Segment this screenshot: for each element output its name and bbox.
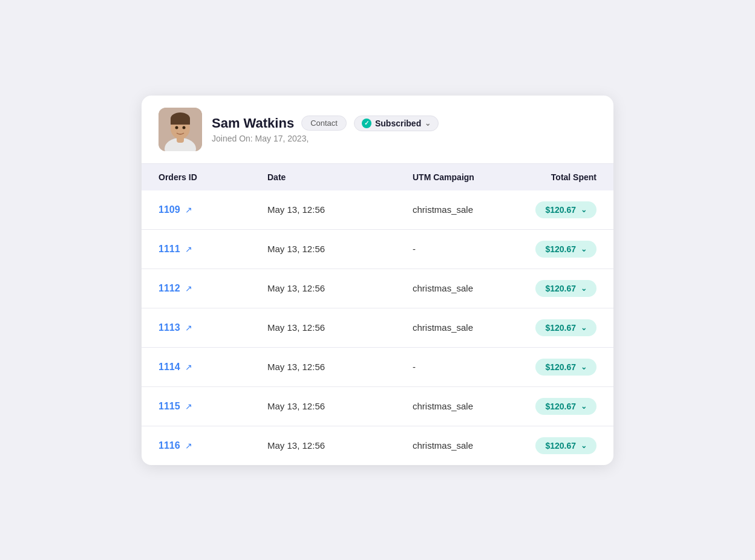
table-body: 1109 ↗ May 13, 12:56 christmas_sale $120… <box>142 190 613 465</box>
joined-date-row: Joined On: May 17, 2023, <box>212 134 439 143</box>
table-row: 1115 ↗ May 13, 12:56 christmas_sale $120… <box>142 387 613 426</box>
table-row: 1116 ↗ May 13, 12:56 christmas_sale $120… <box>142 426 613 465</box>
order-id-link[interactable]: 1114 <box>159 362 180 373</box>
total-chevron-icon: ⌄ <box>581 206 587 214</box>
utm-cell: christmas_sale <box>413 283 476 293</box>
total-cell: $120.67 ⌄ <box>476 359 596 376</box>
date-cell: May 13, 12:56 <box>267 283 413 293</box>
external-link-icon[interactable]: ↗ <box>185 441 192 451</box>
order-id-link[interactable]: 1116 <box>159 440 180 451</box>
total-cell: $120.67 ⌄ <box>476 319 596 336</box>
date-cell: May 13, 12:56 <box>267 204 413 215</box>
total-badge[interactable]: $120.67 ⌄ <box>535 398 596 415</box>
profile-name: Sam Watkins <box>212 116 294 131</box>
total-amount: $120.67 <box>545 402 576 411</box>
order-id-cell: 1111 ↗ <box>159 244 267 255</box>
total-badge[interactable]: $120.67 ⌄ <box>535 437 596 454</box>
total-badge[interactable]: $120.67 ⌄ <box>535 241 596 258</box>
total-amount: $120.67 <box>545 323 576 333</box>
joined-label: Joined On: <box>212 134 253 143</box>
external-link-icon[interactable]: ↗ <box>185 205 192 215</box>
total-cell: $120.67 ⌄ <box>476 398 596 415</box>
svg-rect-5 <box>171 119 190 125</box>
external-link-icon[interactable]: ↗ <box>185 402 192 411</box>
order-id-cell: 1109 ↗ <box>159 204 267 215</box>
contact-badge[interactable]: Contact <box>301 116 347 131</box>
table-header: Orders ID Date UTM Campaign Total Spent <box>142 164 613 190</box>
date-cell: May 13, 12:56 <box>267 244 413 254</box>
header-orders-id: Orders ID <box>159 172 267 182</box>
order-id-cell: 1114 ↗ <box>159 362 267 373</box>
chevron-down-icon: ⌄ <box>425 119 431 128</box>
table-row: 1111 ↗ May 13, 12:56 - $120.67 ⌄ <box>142 230 613 269</box>
orders-table: Orders ID Date UTM Campaign Total Spent … <box>142 164 613 465</box>
date-cell: May 13, 12:56 <box>267 440 413 451</box>
order-id-link[interactable]: 1109 <box>159 204 180 215</box>
order-id-cell: 1115 ↗ <box>159 401 267 412</box>
total-chevron-icon: ⌄ <box>581 441 587 450</box>
main-card: Sam Watkins Contact Subscribed ⌄ Joined … <box>142 96 613 465</box>
total-cell: $120.67 ⌄ <box>476 201 596 218</box>
external-link-icon[interactable]: ↗ <box>185 284 192 293</box>
order-id-link[interactable]: 1113 <box>159 322 180 333</box>
date-cell: May 13, 12:56 <box>267 362 413 372</box>
total-cell: $120.67 ⌄ <box>476 241 596 258</box>
joined-date: May 17, 2023, <box>255 134 309 143</box>
order-id-link[interactable]: 1111 <box>159 244 180 255</box>
utm-cell: christmas_sale <box>413 204 476 215</box>
order-id-cell: 1113 ↗ <box>159 322 267 333</box>
total-amount: $120.67 <box>545 362 576 372</box>
table-row: 1113 ↗ May 13, 12:56 christmas_sale $120… <box>142 308 613 348</box>
external-link-icon[interactable]: ↗ <box>185 323 192 333</box>
total-cell: $120.67 ⌄ <box>476 437 596 454</box>
order-id-link[interactable]: 1112 <box>159 283 180 294</box>
svg-point-7 <box>183 126 186 129</box>
profile-header: Sam Watkins Contact Subscribed ⌄ Joined … <box>142 96 613 164</box>
avatar <box>159 108 202 151</box>
utm-cell: christmas_sale <box>413 322 476 333</box>
total-chevron-icon: ⌄ <box>581 363 587 371</box>
header-utm-campaign: UTM Campaign <box>413 172 476 182</box>
external-link-icon[interactable]: ↗ <box>185 244 192 254</box>
total-amount: $120.67 <box>545 284 576 293</box>
utm-cell: christmas_sale <box>413 440 476 451</box>
total-amount: $120.67 <box>545 244 576 254</box>
total-chevron-icon: ⌄ <box>581 402 587 411</box>
profile-info: Sam Watkins Contact Subscribed ⌄ Joined … <box>212 116 439 143</box>
svg-point-6 <box>175 126 178 129</box>
total-chevron-icon: ⌄ <box>581 245 587 253</box>
utm-cell: - <box>413 362 476 372</box>
subscribed-badge[interactable]: Subscribed ⌄ <box>354 116 439 131</box>
total-badge[interactable]: $120.67 ⌄ <box>535 201 596 218</box>
date-cell: May 13, 12:56 <box>267 322 413 333</box>
total-chevron-icon: ⌄ <box>581 284 587 293</box>
utm-cell: christmas_sale <box>413 401 476 411</box>
order-id-cell: 1116 ↗ <box>159 440 267 451</box>
total-badge[interactable]: $120.67 ⌄ <box>535 280 596 297</box>
total-badge[interactable]: $120.67 ⌄ <box>535 359 596 376</box>
order-id-cell: 1112 ↗ <box>159 283 267 294</box>
total-amount: $120.67 <box>545 441 576 451</box>
date-cell: May 13, 12:56 <box>267 401 413 411</box>
total-cell: $120.67 ⌄ <box>476 280 596 297</box>
header-total-spent: Total Spent <box>476 172 596 182</box>
table-row: 1112 ↗ May 13, 12:56 christmas_sale $120… <box>142 269 613 308</box>
total-badge[interactable]: $120.67 ⌄ <box>535 319 596 336</box>
order-id-link[interactable]: 1115 <box>159 401 180 412</box>
utm-cell: - <box>413 244 476 254</box>
header-date: Date <box>267 172 413 182</box>
subscribed-label: Subscribed <box>375 119 421 128</box>
profile-name-row: Sam Watkins Contact Subscribed ⌄ <box>212 116 439 131</box>
table-row: 1109 ↗ May 13, 12:56 christmas_sale $120… <box>142 190 613 230</box>
total-amount: $120.67 <box>545 205 576 215</box>
total-chevron-icon: ⌄ <box>581 324 587 332</box>
subscribed-check-icon <box>362 119 371 128</box>
table-row: 1114 ↗ May 13, 12:56 - $120.67 ⌄ <box>142 348 613 387</box>
external-link-icon[interactable]: ↗ <box>185 362 192 372</box>
